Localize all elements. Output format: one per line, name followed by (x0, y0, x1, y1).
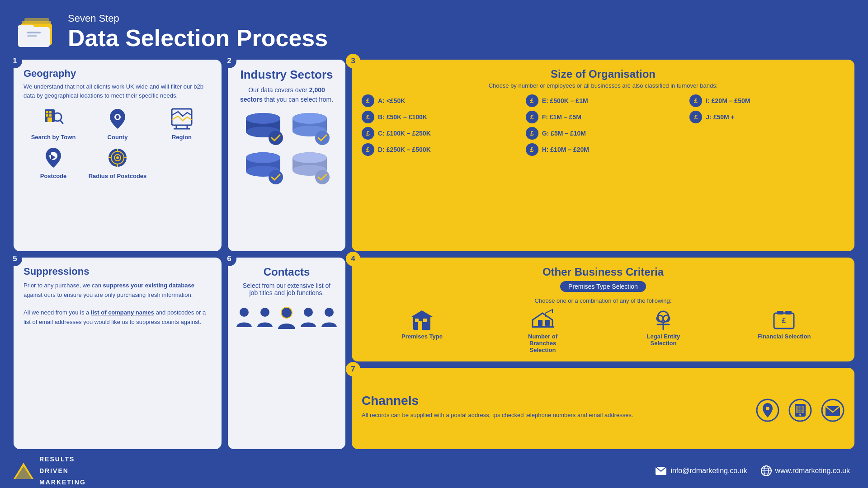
globe-footer-icon (761, 465, 772, 476)
size-label-b: B: £50K – £100K (378, 113, 427, 121)
step2-badge: 2 (222, 54, 236, 68)
person-icon-1 (236, 306, 253, 330)
svg-point-35 (269, 131, 283, 145)
website-footer-link[interactable]: www.rdmarketing.co.uk (761, 465, 850, 476)
db-icon-4 (288, 151, 331, 187)
step4-other-card: 4 Other Business Criteria Premises Type … (352, 258, 854, 361)
svg-marker-58 (411, 310, 433, 317)
step5-badge: 5 (8, 252, 22, 266)
person-icon-4 (300, 306, 317, 330)
footer-contact-block: info@rdmarketing.co.uk www.rdmarketing.c… (655, 465, 850, 476)
step1-geography-card: 1 Geography We understand that not all c… (14, 60, 222, 251)
svg-rect-60 (415, 319, 419, 322)
step6-contacts-card: 6 Contacts Select from our extensive lis… (228, 258, 345, 449)
postcode-label: Postcode (40, 173, 67, 179)
geo-icons-grid: Search by Town County (24, 106, 212, 179)
step5-suppress-card: 5 Suppressions Prior to any purchase, we… (14, 258, 222, 449)
svg-rect-11 (49, 114, 52, 117)
svg-rect-3 (27, 32, 41, 33)
step2-industry-card: 2 Industry Sectors Our data covers over … (228, 60, 345, 251)
legal-icon (651, 309, 676, 331)
region-label: Region (172, 134, 192, 141)
pound-icon-e: £ (526, 94, 538, 107)
pound-icon-h: £ (526, 143, 538, 156)
step1-badge: 1 (8, 54, 22, 68)
svg-rect-6 (24, 18, 49, 23)
step3-badge: 3 (346, 54, 360, 68)
size-item-e: £ E: £500K – £1M (526, 94, 681, 107)
svg-point-39 (292, 113, 327, 124)
email-footer-link[interactable]: info@rdmarketing.co.uk (655, 466, 747, 475)
svg-rect-1 (18, 27, 50, 47)
county-icon (104, 106, 131, 131)
company-names-link[interactable]: list of company names (91, 309, 154, 316)
db-icon-1 (242, 112, 285, 147)
financial-icon: £ (772, 309, 797, 331)
financial-label: Financial Selection (758, 333, 811, 340)
svg-point-75 (766, 407, 769, 410)
geo-radius: Radius of Postcodes (88, 145, 147, 179)
db-icons-grid (242, 112, 331, 187)
brand-line-3: MARKETING (39, 477, 86, 488)
svg-point-34 (246, 113, 280, 124)
email-channel-icon (821, 399, 844, 422)
search-town-label: Search by Town (31, 134, 76, 141)
svg-point-52 (260, 308, 269, 317)
brand-block: RESULTS DRIVEN MARKETING (14, 454, 86, 488)
step6-desc: Select from our extensive list of job ti… (238, 282, 335, 296)
size-label-c: C: £100K – £250K (378, 130, 431, 137)
size-item-d: £ D: £250K – £500K (362, 143, 517, 156)
step6-badge: 6 (222, 252, 236, 266)
svg-rect-2 (18, 25, 34, 29)
branches-label: Number of Branches Selection (516, 333, 570, 353)
size-item-g: £ G: £5M – £10M (526, 127, 681, 140)
svg-rect-12 (47, 117, 52, 122)
geo-postcode: Postcode (24, 145, 83, 179)
step6-title: Contacts (264, 266, 310, 278)
email-footer-icon (655, 466, 667, 475)
county-label: County (108, 134, 128, 141)
size-label-i: I: £20M – £50M (706, 97, 750, 104)
size-item-c: £ C: £100K – £250K (362, 127, 517, 140)
premises-type-badge: Premises Type Selection (560, 281, 646, 292)
location-channel-icon (756, 399, 779, 422)
step4-badge: 4 (346, 252, 360, 266)
folder-icon (18, 14, 59, 50)
step2-title: Industry Sectors (240, 68, 333, 82)
header-title-block: Seven Step Data Selection Process (68, 13, 328, 52)
postcode-icon (40, 145, 67, 170)
step2-desc: Our data covers over 2,000 sectors that … (238, 85, 335, 104)
size-label-a: A: <£50K (378, 97, 405, 104)
svg-rect-71 (777, 311, 783, 314)
criteria-legal: Legal Entity Selection (637, 309, 691, 347)
brand-logo-icon (14, 462, 34, 480)
svg-point-22 (48, 153, 51, 155)
suppress-strong: suppress your existing database (103, 282, 194, 289)
svg-rect-17 (172, 109, 192, 125)
step7-title: Channels (362, 394, 747, 408)
svg-point-40 (315, 131, 330, 145)
pound-icon-b: £ (362, 111, 374, 123)
row-1: 1 Geography We understand that not all c… (14, 60, 854, 251)
step4-subtitle: Choose one or a combination of any of th… (362, 297, 844, 304)
step5-para1: Prior to any purchase, we can suppress y… (24, 281, 212, 300)
svg-text:£: £ (782, 317, 786, 324)
brand-line-1: RESULTS (39, 454, 86, 465)
db-icon-2 (288, 112, 331, 147)
branches-icon (528, 309, 557, 331)
svg-line-14 (60, 120, 63, 123)
criteria-icons: Premises Type N (362, 309, 844, 353)
footer-website: www.rdmarketing.co.uk (775, 467, 850, 475)
pound-icon-f: £ (526, 111, 538, 123)
pound-icon-j: £ (689, 111, 702, 123)
svg-rect-64 (532, 326, 554, 328)
phone-channel-icon (788, 399, 812, 422)
step5-para2: All we need from you is a list of compan… (24, 308, 212, 327)
geo-region: Region (152, 106, 212, 141)
pound-icon-i: £ (689, 94, 702, 107)
step3-size-card: 3 Size of Organisation Choose by number … (352, 60, 854, 251)
content-area: 1 Geography We understand that not all c… (0, 56, 868, 449)
page-header: Seven Step Data Selection Process (0, 0, 868, 56)
row-2: 5 Suppressions Prior to any purchase, we… (14, 258, 854, 449)
size-item-b: £ B: £50K – £100K (362, 111, 517, 123)
